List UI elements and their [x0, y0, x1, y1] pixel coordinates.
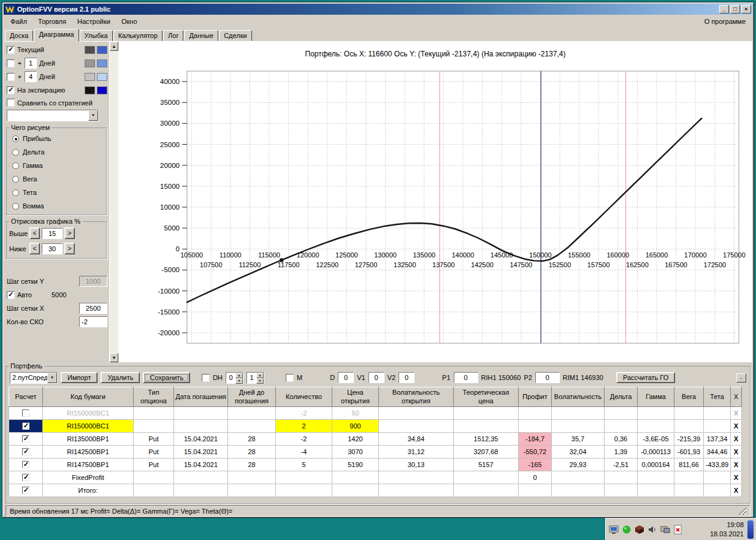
row-cell-vol[interactable]: 29,93 [552, 458, 605, 471]
row-cell-type[interactable] [134, 484, 174, 497]
row-delete-button[interactable]: X [731, 458, 742, 471]
menu-about[interactable]: О программе [699, 16, 751, 27]
row-cell-price[interactable] [332, 471, 379, 484]
row-cell-qty[interactable]: 2 [276, 420, 332, 433]
row-cell-vega[interactable] [674, 407, 704, 420]
color-swatch[interactable] [97, 59, 107, 67]
row-cell-vol_open[interactable]: 34,84 [379, 433, 454, 446]
grid-step-x-input[interactable]: 2500 [79, 303, 107, 314]
row-cell-days[interactable]: 28 [228, 433, 276, 446]
sidebar-scrollbar[interactable]: ▲ ▼ [109, 42, 118, 362]
days-input[interactable]: 1 [25, 58, 37, 69]
row-cell-theo[interactable]: 1512,35 [454, 433, 519, 446]
series-checkbox[interactable] [7, 59, 15, 67]
row-code-cell[interactable]: RI150000BC1 [43, 420, 134, 433]
row-cell-qty[interactable] [276, 484, 332, 497]
row-cell-price[interactable]: 900 [332, 420, 379, 433]
row-cell-vol_open[interactable] [379, 484, 454, 497]
column-header[interactable]: Профит [519, 387, 552, 407]
row-cell-theo[interactable]: 5157 [454, 458, 519, 471]
row-checkbox[interactable] [22, 474, 29, 481]
color-swatch[interactable] [97, 86, 107, 94]
row-cell-type[interactable] [134, 407, 174, 420]
scroll-up-icon[interactable]: ▲ [110, 42, 118, 51]
column-header[interactable]: X [731, 387, 742, 407]
column-header[interactable]: Волатильность [552, 387, 605, 407]
row-cell-profit[interactable]: 0 [519, 471, 552, 484]
column-header[interactable]: Дельта [605, 387, 638, 407]
row-cell-qty[interactable]: 5 [276, 458, 332, 471]
row-cell-vega[interactable] [674, 484, 704, 497]
color-swatch[interactable] [85, 86, 95, 94]
column-header[interactable]: Количество [276, 387, 332, 407]
above-value-input[interactable]: 15 [42, 228, 63, 239]
row-checkbox[interactable] [22, 448, 29, 455]
row-code-cell[interactable]: RI135000BP1 [43, 433, 134, 446]
spin-up-icon[interactable]: ▲ [256, 373, 264, 378]
row-cell-theta[interactable]: 344,46 [704, 446, 731, 458]
row-cell-theo[interactable] [454, 407, 519, 420]
above-decrease-button[interactable]: < [29, 227, 40, 239]
preset-select[interactable]: 2.путСпред ▼ [10, 372, 58, 384]
row-cell-delta[interactable] [605, 407, 638, 420]
row-cell-theo[interactable] [454, 420, 519, 433]
scrollbar-track[interactable] [110, 51, 118, 353]
row-delete-button[interactable]: X [731, 407, 742, 420]
dh-checkbox[interactable] [202, 374, 210, 382]
color-swatch[interactable] [85, 46, 95, 54]
row-cell-type[interactable] [134, 420, 174, 433]
display-icon[interactable] [608, 524, 619, 535]
row-checkbox[interactable] [22, 461, 29, 468]
row-cell-profit[interactable]: -165 [519, 458, 552, 471]
row-cell-theta[interactable] [704, 471, 731, 484]
row-cell-qty[interactable] [276, 471, 332, 484]
row-cell-qty[interactable]: -4 [276, 446, 332, 458]
column-header[interactable]: Вега [674, 387, 704, 407]
tab-item[interactable]: Лог [163, 30, 183, 41]
p2-input[interactable]: 0 [535, 372, 560, 383]
menu-item[interactable]: Файл [5, 16, 32, 27]
v2-input[interactable]: 0 [399, 372, 414, 383]
row-cell-gamma[interactable] [638, 471, 674, 484]
draw-option[interactable]: Тета [9, 186, 104, 199]
row-cell-gamma[interactable] [638, 420, 674, 433]
row-delete-button[interactable]: X [731, 420, 742, 433]
row-cell-days[interactable] [228, 471, 276, 484]
row-code-cell[interactable]: FixedProfit [43, 471, 134, 484]
row-delete-button[interactable]: X [731, 471, 742, 484]
row-cell-gamma[interactable]: -3,6E-05 [638, 433, 674, 446]
color-swatch[interactable] [97, 46, 107, 54]
row-checkbox[interactable] [22, 422, 29, 430]
row-cell-theta[interactable]: 137,34 [704, 433, 731, 446]
row-cell-vol_open[interactable] [379, 471, 454, 484]
import-button[interactable]: Импорт [61, 372, 97, 383]
radio-button[interactable] [12, 189, 19, 196]
radio-button[interactable] [12, 149, 19, 156]
row-cell-theta[interactable] [704, 484, 731, 497]
color-swatch[interactable] [85, 59, 95, 67]
d-input[interactable]: 0 [338, 372, 354, 383]
row-cell-price[interactable]: 3070 [332, 446, 379, 458]
spin-down-icon[interactable]: ▼ [235, 378, 243, 384]
column-header[interactable]: Код бумаги [43, 387, 134, 407]
row-cell-gamma[interactable] [638, 484, 674, 497]
tab-item[interactable]: Улыбка [80, 30, 113, 41]
profit-chart[interactable]: 4000035000300002500020000150001000050000… [118, 61, 751, 354]
row-cell-date[interactable]: 15.04.2021 [174, 458, 228, 471]
row-calc-cell[interactable] [9, 446, 43, 458]
strategy-select[interactable]: ▼ [7, 110, 99, 121]
row-cell-delta[interactable]: -2,51 [605, 458, 638, 471]
row-calc-cell[interactable] [9, 407, 43, 420]
row-cell-price[interactable] [332, 484, 379, 497]
show-desktop-button[interactable] [747, 520, 754, 539]
row-cell-vol[interactable]: 35,7 [552, 433, 605, 446]
row-code-cell[interactable]: RI147500BP1 [43, 458, 134, 471]
row-cell-date[interactable]: 15.04.2021 [174, 446, 228, 458]
row-cell-date[interactable] [174, 407, 228, 420]
row-cell-date[interactable] [174, 420, 228, 433]
row-cell-profit[interactable] [519, 484, 552, 497]
above-increase-button[interactable]: > [64, 227, 75, 239]
spin-down-icon[interactable]: ▼ [256, 378, 264, 384]
row-cell-vol_open[interactable] [379, 420, 454, 433]
radio-button[interactable] [12, 203, 19, 210]
